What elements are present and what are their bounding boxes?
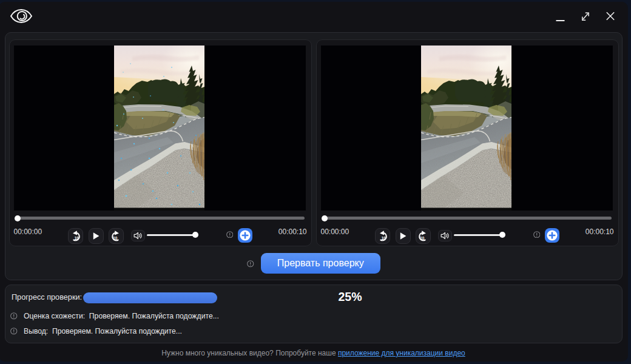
svg-text:10: 10 — [381, 236, 386, 240]
svg-text:10: 10 — [113, 236, 118, 240]
svg-text:10: 10 — [420, 236, 425, 240]
svg-text:10: 10 — [74, 236, 79, 240]
